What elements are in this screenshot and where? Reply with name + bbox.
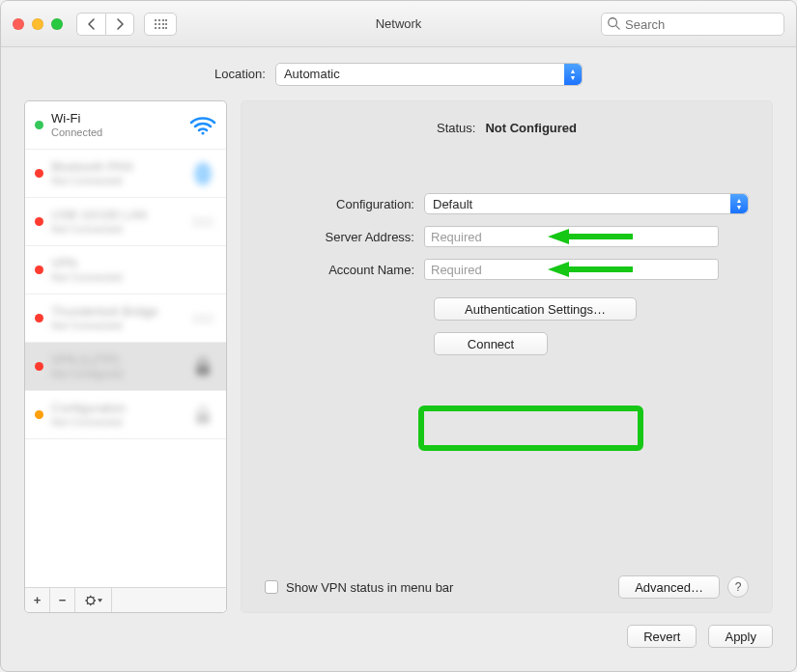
svg-point-16 xyxy=(201,131,204,134)
remove-network-button[interactable]: − xyxy=(50,588,75,612)
chevron-left-icon xyxy=(87,18,96,30)
footer-row: Revert Apply xyxy=(1,613,796,671)
sidebar-item-redacted[interactable]: USB 10/100 LANNot Connected xyxy=(25,198,226,246)
detail-panel: Status: Not Configured Configuration: De… xyxy=(241,100,773,613)
sidebar-item-redacted[interactable]: Thunderbolt BridgeNot Connected xyxy=(25,294,226,343)
sidebar-item-wifi[interactable]: Wi-Fi Connected xyxy=(25,101,226,150)
plus-icon: + xyxy=(34,593,42,607)
svg-rect-22 xyxy=(196,365,210,376)
svg-point-4 xyxy=(155,23,157,25)
svg-point-2 xyxy=(162,19,164,21)
sidebar-item-redacted[interactable]: ConfigurationNot Connected xyxy=(25,391,226,439)
body-area: Location: Automatic ▲▼ Wi-Fi Connected xyxy=(1,47,796,671)
help-button[interactable]: ? xyxy=(727,576,749,598)
location-row: Location: Automatic ▲▼ xyxy=(1,47,796,100)
svg-line-29 xyxy=(87,597,88,598)
lock-icon xyxy=(189,402,216,429)
status-dot-icon xyxy=(35,169,43,178)
preferences-window: Network Location: Automatic ▲▼ xyxy=(0,0,797,672)
bluetooth-icon xyxy=(189,160,216,187)
status-dot-icon xyxy=(35,362,43,371)
add-network-button[interactable]: + xyxy=(25,588,50,612)
authentication-settings-button[interactable]: Authentication Settings… xyxy=(434,297,637,321)
svg-point-6 xyxy=(162,23,164,25)
zoom-window-button[interactable] xyxy=(51,18,63,30)
nav-group xyxy=(76,13,134,36)
svg-point-17 xyxy=(194,162,212,185)
status-dot-icon xyxy=(35,410,43,419)
svg-point-9 xyxy=(162,27,164,29)
server-address-input[interactable] xyxy=(424,226,719,247)
apply-button[interactable]: Apply xyxy=(708,625,773,648)
sidebar-footer: + − xyxy=(25,587,226,612)
status-dot-icon xyxy=(35,314,43,322)
minimize-window-button[interactable] xyxy=(32,18,43,30)
network-sidebar: Wi-Fi Connected xyxy=(24,100,227,613)
show-vpn-checkbox[interactable] xyxy=(265,580,278,594)
minus-icon: − xyxy=(59,593,67,607)
status-dot-icon xyxy=(35,121,43,129)
button-label: Authentication Settings… xyxy=(465,302,606,317)
back-button[interactable] xyxy=(76,13,105,36)
search-icon xyxy=(607,16,620,30)
configuration-select-value: Default xyxy=(433,197,472,211)
status-row: Status: Not Configured xyxy=(265,121,749,135)
sidebar-item-redacted[interactable]: VPNNot Connected xyxy=(25,246,226,294)
button-label: Apply xyxy=(725,630,756,644)
svg-point-5 xyxy=(158,23,160,25)
configuration-select[interactable]: Default ▲▼ xyxy=(424,193,749,214)
grid-icon xyxy=(154,18,167,30)
account-name-input[interactable] xyxy=(424,259,719,280)
select-stepper-icon: ▲▼ xyxy=(564,64,582,85)
status-value: Not Configured xyxy=(485,121,577,135)
revert-button[interactable]: Revert xyxy=(627,625,697,648)
network-list[interactable]: Wi-Fi Connected xyxy=(25,101,226,587)
gear-icon xyxy=(85,594,102,607)
advanced-button[interactable]: Advanced… xyxy=(618,575,720,599)
status-dot-icon xyxy=(35,266,43,274)
button-label: Advanced… xyxy=(635,580,703,595)
sidebar-item-redacted[interactable]: Bluetooth PANNot Connected xyxy=(25,150,226,198)
search-input[interactable] xyxy=(601,13,784,36)
panel-bottom-row: Show VPN status in menu bar Advanced… ? xyxy=(265,575,749,599)
button-label: Revert xyxy=(643,630,680,644)
svg-rect-23 xyxy=(196,413,210,424)
sidebar-item-redacted-selected[interactable]: VPN (L2TP)Not Configured xyxy=(25,343,226,391)
location-select-value: Automatic xyxy=(284,67,340,81)
server-address-label: Server Address: xyxy=(265,230,424,244)
thunderbolt-icon xyxy=(189,305,216,332)
sidebar-item-subtitle: Connected xyxy=(51,126,182,139)
show-vpn-label: Show VPN status in menu bar xyxy=(286,580,453,595)
location-label: Location: xyxy=(214,67,266,81)
svg-line-15 xyxy=(616,26,620,30)
forward-button[interactable] xyxy=(105,13,134,36)
ethernet-icon xyxy=(189,209,216,236)
svg-line-32 xyxy=(93,597,94,598)
help-icon: ? xyxy=(735,580,742,594)
lock-icon xyxy=(189,353,216,380)
form-rows: Configuration: Default ▲▼ Server Address… xyxy=(265,193,749,280)
svg-line-31 xyxy=(87,602,88,603)
status-dot-icon xyxy=(35,217,43,226)
svg-line-30 xyxy=(93,602,94,603)
connect-button[interactable]: Connect xyxy=(434,332,548,355)
svg-point-8 xyxy=(158,27,160,29)
show-all-button[interactable] xyxy=(144,13,177,36)
wifi-icon xyxy=(189,112,216,139)
svg-point-0 xyxy=(155,19,157,21)
chevron-right-icon xyxy=(116,18,125,30)
connect-buttons: Authentication Settings… Connect xyxy=(434,297,749,355)
configuration-label: Configuration: xyxy=(265,197,424,211)
location-select[interactable]: Automatic ▲▼ xyxy=(275,63,583,86)
close-window-button[interactable] xyxy=(13,18,24,30)
search-wrap xyxy=(601,13,784,36)
button-label: Connect xyxy=(468,337,514,351)
account-name-label: Account Name: xyxy=(265,263,424,277)
traffic-lights xyxy=(13,18,63,30)
status-label: Status: xyxy=(437,121,475,135)
sidebar-item-text: Wi-Fi Connected xyxy=(51,112,182,139)
actions-menu-button[interactable] xyxy=(75,588,112,612)
svg-point-12 xyxy=(165,23,167,25)
svg-point-11 xyxy=(165,19,167,21)
titlebar: Network xyxy=(1,1,796,47)
